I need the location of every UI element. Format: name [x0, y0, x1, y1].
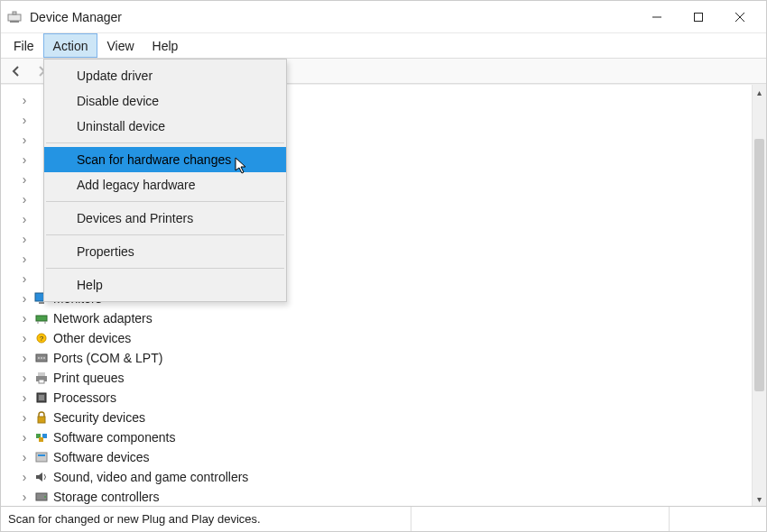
chevron-right-icon: ›	[19, 392, 30, 403]
device-manager-window: Device Manager File Action View Help	[0, 0, 767, 532]
chevron-right-icon: ›	[19, 313, 30, 324]
app-icon	[6, 9, 23, 25]
menu-devices-printers[interactable]: Devices and Printers	[44, 206, 286, 231]
menu-separator	[46, 142, 284, 143]
menu-update-driver[interactable]: Update driver	[44, 63, 286, 88]
security-icon	[33, 410, 50, 425]
tree-row-sw-devices[interactable]: › Software devices	[19, 447, 752, 467]
chevron-right-icon: ›	[19, 432, 30, 443]
tree-row-processors[interactable]: › Processors	[19, 388, 752, 408]
tree-label: Storage controllers	[53, 490, 160, 504]
scroll-thumb[interactable]	[754, 139, 764, 391]
status-text: Scan for changed or new Plug and Play de…	[8, 512, 261, 526]
menu-action[interactable]: Action	[43, 33, 98, 58]
back-button[interactable]	[6, 61, 26, 81]
svg-rect-27	[36, 453, 47, 462]
chevron-right-icon: ›	[19, 253, 30, 264]
chevron-right-icon: ›	[19, 333, 30, 344]
svg-rect-8	[39, 302, 44, 304]
svg-point-16	[41, 357, 42, 359]
tree-row-other[interactable]: › ? Other devices	[19, 328, 752, 348]
storage-icon	[33, 490, 50, 504]
svg-rect-28	[38, 454, 45, 456]
menubar: File Action View Help	[1, 33, 766, 59]
svg-rect-9	[36, 316, 47, 321]
chevron-right-icon: ›	[19, 214, 30, 225]
chevron-right-icon: ›	[19, 472, 30, 482]
tree-label: Software devices	[53, 450, 150, 464]
cpu-icon	[33, 390, 50, 405]
menu-add-legacy[interactable]: Add legacy hardware	[44, 172, 286, 197]
svg-rect-0	[8, 14, 21, 21]
menu-properties[interactable]: Properties	[44, 239, 286, 264]
component-icon	[33, 430, 50, 445]
menu-view[interactable]: View	[97, 33, 143, 58]
svg-rect-20	[39, 380, 44, 383]
sound-icon	[33, 470, 50, 484]
chevron-right-icon: ›	[19, 452, 30, 463]
other-icon: ?	[33, 331, 50, 345]
scroll-up-icon[interactable]: ▴	[753, 85, 766, 99]
menu-help[interactable]: Help	[143, 33, 188, 58]
printer-icon	[33, 371, 50, 385]
chevron-right-icon: ›	[19, 95, 30, 105]
menu-disable-device[interactable]: Disable device	[44, 88, 286, 114]
svg-rect-23	[38, 417, 45, 423]
svg-rect-4	[695, 13, 703, 21]
tree-label: Ports (COM & LPT)	[53, 351, 162, 365]
tree-row-network[interactable]: › Network adapters	[19, 308, 752, 328]
network-icon	[33, 311, 50, 326]
port-icon	[33, 351, 50, 365]
svg-text:?: ?	[40, 335, 44, 343]
chevron-right-icon: ›	[19, 194, 30, 205]
chevron-right-icon: ›	[19, 353, 30, 363]
scroll-down-icon[interactable]: ▾	[753, 491, 766, 506]
chevron-right-icon: ›	[19, 134, 30, 145]
chevron-right-icon: ›	[19, 273, 30, 284]
svg-point-15	[38, 357, 40, 359]
menu-separator	[46, 201, 284, 202]
vertical-scrollbar[interactable]: ▴ ▾	[752, 85, 766, 506]
menu-scan-hardware[interactable]: Scan for hardware changes	[44, 147, 286, 172]
menu-help-item[interactable]: Help	[44, 272, 286, 298]
statusbar: Scan for changed or new Plug and Play de…	[1, 506, 766, 531]
softdev-icon	[33, 450, 50, 464]
tree-row-security[interactable]: › Security devices	[19, 408, 752, 427]
chevron-right-icon: ›	[19, 372, 30, 383]
tree-row-ports[interactable]: › Ports (COM & LPT)	[19, 348, 752, 368]
minimize-button[interactable]	[636, 5, 678, 30]
chevron-right-icon: ›	[19, 234, 30, 244]
status-segment	[411, 507, 519, 531]
close-button[interactable]	[719, 5, 761, 30]
maximize-button[interactable]	[678, 5, 719, 30]
menu-separator	[46, 234, 284, 235]
svg-rect-2	[13, 12, 16, 14]
chevron-right-icon: ›	[19, 115, 30, 125]
tree-row-sw-components[interactable]: › Software components	[19, 427, 752, 447]
svg-point-30	[44, 496, 46, 498]
chevron-right-icon: ›	[19, 293, 30, 304]
chevron-right-icon: ›	[19, 412, 30, 423]
action-dropdown: Update driver Disable device Uninstall d…	[43, 59, 287, 302]
tree-row-print[interactable]: › Print queues	[19, 368, 752, 388]
tree-label: Other devices	[53, 331, 131, 345]
tree-label: Sound, video and game controllers	[53, 470, 248, 484]
svg-point-17	[43, 357, 45, 359]
tree-row-sound[interactable]: › Sound, video and game controllers	[19, 467, 752, 487]
svg-rect-26	[39, 437, 43, 442]
tree-label: Security devices	[53, 410, 145, 425]
tree-label: Print queues	[53, 371, 125, 385]
chevron-right-icon: ›	[19, 174, 30, 185]
window-title: Device Manager	[30, 10, 636, 24]
tree-label: Software components	[53, 430, 175, 445]
titlebar: Device Manager	[1, 1, 766, 33]
tree-row-storage[interactable]: › Storage controllers	[19, 487, 752, 506]
tree-label: Processors	[53, 390, 116, 405]
svg-rect-19	[38, 372, 45, 376]
menu-separator	[46, 268, 284, 269]
tree-label: Network adapters	[53, 311, 152, 326]
menu-file[interactable]: File	[5, 33, 43, 58]
menu-uninstall-device[interactable]: Uninstall device	[44, 114, 286, 139]
status-segment	[669, 507, 759, 531]
chevron-right-icon: ›	[19, 491, 30, 502]
